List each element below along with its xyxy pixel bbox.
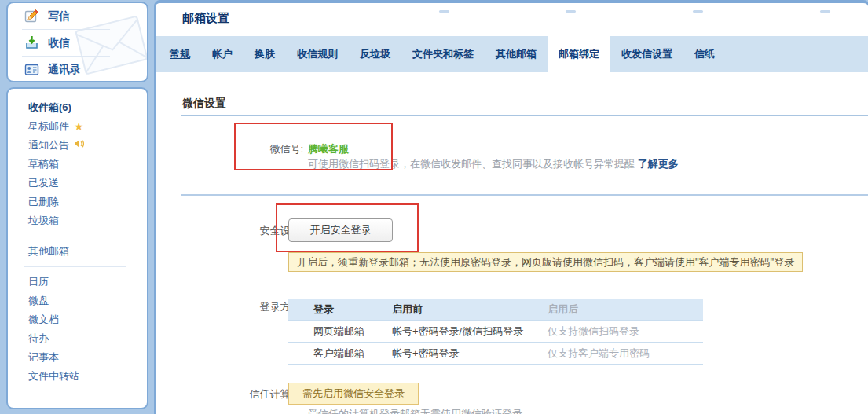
folder-label: 日历 bbox=[28, 273, 49, 291]
sidebar-folder-item[interactable]: 通知公告 bbox=[28, 136, 147, 155]
receive-label: 收信 bbox=[48, 36, 70, 50]
sidebar-folder-item[interactable]: 垃圾箱 bbox=[28, 211, 147, 230]
settings-panel: 邮箱设置 常规帐户换肤收信规则反垃圾文件夹和标签其他邮箱邮箱绑定收发信设置信纸 … bbox=[154, 0, 868, 414]
tab[interactable]: 文件夹和标签 bbox=[401, 36, 485, 72]
tab[interactable]: 信纸 bbox=[683, 36, 726, 72]
folder-label: 待办 bbox=[28, 329, 49, 348]
table-cell: 帐号+密码登录/微信扫码登录 bbox=[392, 321, 523, 342]
sidebar-folder-item[interactable]: 日历 bbox=[28, 273, 147, 291]
sidebar-folder-item[interactable]: 已发送 bbox=[28, 174, 147, 192]
annotation-box-security bbox=[276, 203, 419, 252]
pencil-icon bbox=[24, 9, 39, 24]
wechat-section-title: 微信设置 bbox=[182, 97, 226, 111]
sidebar-folder-item[interactable]: 文件中转站 bbox=[28, 367, 147, 386]
settings-tabs: 常规帐户换肤收信规则反垃圾文件夹和标签其他邮箱邮箱绑定收发信设置信纸 bbox=[156, 36, 868, 72]
folder-label: 星标邮件 bbox=[28, 117, 69, 136]
table-cell: 仅支持微信扫码登录 bbox=[548, 321, 639, 342]
folder-panel: 收件箱(6)星标邮件★通知公告草稿箱已发送已删除垃圾箱其他邮箱日历微盘微文档待办… bbox=[6, 87, 148, 409]
decorative-dash bbox=[693, 10, 703, 13]
table-row: 网页端邮箱帐号+密码登录/微信扫码登录仅支持微信扫码登录 bbox=[288, 321, 703, 343]
table-row: 客户端邮箱帐号+密码登录仅支持客户端专用密码 bbox=[288, 343, 703, 365]
star-icon: ★ bbox=[74, 121, 84, 132]
login-method-table: 登录启用前启用后网页端邮箱帐号+密码登录/微信扫码登录仅支持微信扫码登录客户端邮… bbox=[288, 299, 703, 365]
tab[interactable]: 收信规则 bbox=[286, 36, 349, 72]
compose-panel: 写信 收信 通讯录 bbox=[6, 2, 148, 82]
annotation-box-wechat-id bbox=[234, 123, 393, 170]
folder-label: 草稿箱 bbox=[28, 155, 59, 174]
sidebar-folder-item[interactable]: 微文档 bbox=[28, 310, 147, 329]
decorative-dash bbox=[820, 10, 830, 13]
tab[interactable]: 帐户 bbox=[201, 36, 244, 72]
folder-label: 微盘 bbox=[28, 291, 49, 310]
contacts-label: 通讯录 bbox=[48, 63, 81, 77]
folder-label: 收件箱(6) bbox=[28, 98, 71, 117]
table-header-row: 登录启用前启用后 bbox=[288, 299, 703, 321]
decorative-dash bbox=[566, 10, 576, 13]
folder-list: 收件箱(6)星标邮件★通知公告草稿箱已发送已删除垃圾箱其他邮箱日历微盘微文档待办… bbox=[8, 89, 147, 386]
trusted-computer-description: 受信任的计算机登录邮箱无需使用微信验证登录 bbox=[308, 407, 522, 414]
page-title: 邮箱设置 bbox=[182, 11, 229, 26]
folder-label: 文件中转站 bbox=[28, 367, 79, 386]
compose-label: 写信 bbox=[48, 9, 70, 24]
speaker-icon bbox=[74, 136, 84, 155]
tab[interactable]: 收发信设置 bbox=[610, 36, 683, 72]
sidebar-folder-item[interactable]: 收件箱(6) bbox=[28, 98, 147, 117]
sidebar-folder-item[interactable]: 星标邮件★ bbox=[28, 117, 147, 136]
contacts-button[interactable]: 通讯录 bbox=[8, 57, 147, 82]
learn-more-link[interactable]: 了解更多 bbox=[638, 158, 679, 170]
folder-label: 其他邮箱 bbox=[28, 242, 69, 261]
sidebar-folder-item[interactable]: 已删除 bbox=[28, 192, 147, 211]
folder-label: 已发送 bbox=[28, 174, 59, 192]
receive-button[interactable]: 收信 bbox=[8, 30, 147, 56]
tab-active[interactable]: 邮箱绑定 bbox=[548, 36, 610, 72]
speaker-icon bbox=[74, 139, 84, 148]
folder-label: 垃圾箱 bbox=[28, 211, 59, 230]
security-tooltip: 开启后，须重新登录邮箱；无法使用原密码登录，网页版请使用微信扫码，客户端请使用"… bbox=[288, 252, 803, 272]
tab[interactable]: 其他邮箱 bbox=[485, 36, 548, 72]
table-cell: 客户端邮箱 bbox=[313, 343, 364, 364]
trusted-computer-badge: 需先启用微信安全登录 bbox=[288, 383, 419, 405]
sidebar-folder-item[interactable]: 待办 bbox=[28, 329, 147, 348]
folder-label: 微文档 bbox=[28, 310, 59, 329]
section-underline bbox=[181, 115, 868, 116]
table-cell: 登录 bbox=[313, 299, 334, 320]
table-cell: 仅支持客户端专用密码 bbox=[548, 343, 650, 364]
sidebar-folder-item[interactable]: 微盘 bbox=[28, 291, 147, 310]
table-cell: 网页端邮箱 bbox=[313, 321, 364, 342]
folder-label: 已删除 bbox=[28, 192, 59, 211]
table-cell: 帐号+密码登录 bbox=[392, 343, 460, 364]
sidebar-folder-item[interactable]: 记事本 bbox=[28, 348, 147, 367]
tab[interactable]: 换肤 bbox=[244, 36, 286, 72]
contacts-icon bbox=[24, 62, 39, 77]
table-cell: 启用后 bbox=[548, 299, 578, 320]
sidebar-divider bbox=[24, 266, 126, 267]
sidebar-divider bbox=[24, 236, 126, 236]
folder-label: 通知公告 bbox=[28, 136, 69, 155]
decorative-dash bbox=[439, 10, 449, 13]
tab[interactable]: 反垃圾 bbox=[349, 36, 401, 72]
tab[interactable]: 常规 bbox=[159, 36, 201, 72]
folder-label: 记事本 bbox=[28, 348, 59, 367]
compose-button[interactable]: 写信 bbox=[8, 3, 147, 29]
inbox-icon bbox=[24, 35, 39, 50]
section-divider bbox=[181, 194, 868, 196]
sidebar-folder-item[interactable]: 其他邮箱 bbox=[28, 242, 147, 261]
table-cell: 启用前 bbox=[392, 299, 423, 320]
sidebar-folder-item[interactable]: 草稿箱 bbox=[28, 155, 147, 174]
